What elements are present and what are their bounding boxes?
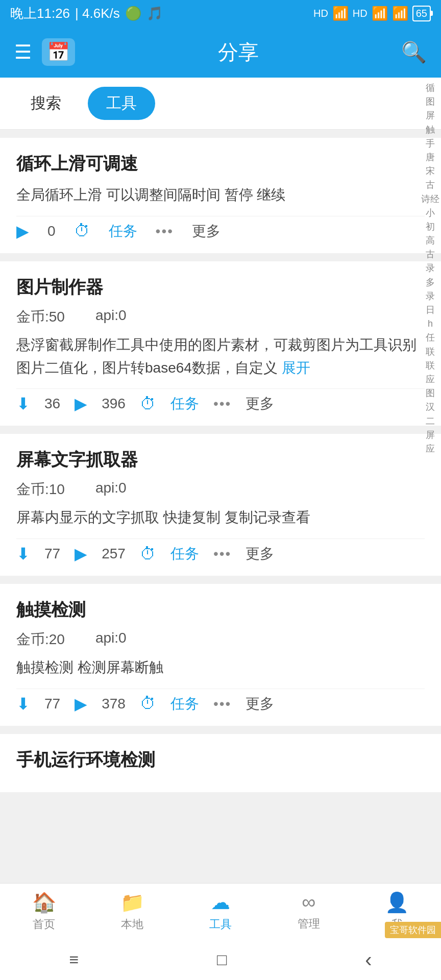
index-h[interactable]: h — [428, 317, 433, 330]
nav-home-label: 首页 — [33, 917, 55, 932]
card1-timer-icon[interactable]: ⏱ — [74, 222, 90, 240]
index-诗经[interactable]: 诗经 — [421, 193, 439, 206]
index-屏2[interactable]: 屏 — [426, 429, 435, 442]
card1-play-icon[interactable]: ▶ — [16, 222, 29, 241]
menu-icon[interactable]: ☰ — [14, 41, 32, 63]
status-speed: | 4.6K/s — [75, 6, 120, 21]
index-录[interactable]: 录 — [426, 262, 435, 275]
index-任[interactable]: 任 — [426, 331, 435, 344]
card1-actions: ▶ 0 ⏱ 任务 ••• 更多 — [16, 216, 425, 241]
card3-play-icon[interactable]: ▶ — [75, 544, 87, 564]
card2-meta: 金币:50 api:0 — [16, 307, 425, 327]
sys-back-btn[interactable]: ‹ — [365, 948, 372, 971]
index-联[interactable]: 联 — [426, 346, 435, 358]
index-日[interactable]: 日 — [426, 304, 435, 316]
index-小[interactable]: 小 — [426, 207, 435, 219]
index-图2[interactable]: 图 — [426, 387, 435, 400]
index-多[interactable]: 多 — [426, 276, 435, 289]
card3-dots[interactable]: ••• — [213, 546, 231, 562]
card3-download-icon[interactable]: ⬇ — [16, 544, 30, 564]
card4-actions: ⬇ 77 ▶ 378 ⏱ 任务 ••• 更多 — [16, 689, 425, 714]
index-屏[interactable]: 屏 — [426, 109, 435, 122]
card1-title: 循环上滑可调速 — [16, 152, 425, 176]
nav-local-label: 本地 — [121, 917, 143, 932]
index-应2[interactable]: 应 — [426, 443, 435, 455]
signal-icon1: HD — [313, 8, 328, 19]
index-触[interactable]: 触 — [426, 124, 435, 136]
index-古2[interactable]: 古 — [426, 248, 435, 261]
card2-download-icon[interactable]: ⬇ — [16, 394, 30, 413]
card2-task-btn[interactable]: 任务 — [170, 394, 199, 413]
sys-nav: ≡ □ ‹ — [0, 939, 441, 980]
card4-meta: 金币:20 api:0 — [16, 630, 425, 649]
card4-play-count: 378 — [102, 696, 126, 712]
sys-home-btn[interactable]: □ — [217, 950, 227, 969]
infinity-icon: ∞ — [302, 891, 315, 913]
card4-timer-icon[interactable]: ⏱ — [140, 694, 156, 713]
card3-more-btn[interactable]: 更多 — [246, 544, 274, 564]
watermark: 宝哥软件园 — [385, 922, 441, 938]
index-手[interactable]: 手 — [426, 137, 435, 150]
card1-desc: 全局循环上滑 可以调整间隔时间 暂停 继续 — [16, 184, 425, 207]
header: ☰ 📅 分享 🔍 — [0, 27, 441, 78]
calendar-icon[interactable]: 📅 — [42, 38, 75, 66]
card4-dots[interactable]: ••• — [213, 696, 231, 712]
right-index: 循 图 屏 触 手 唐 宋 古 诗经 小 初 高 古 录 多 录 日 h 任 联… — [420, 82, 441, 455]
header-left: ☰ 📅 — [14, 38, 75, 66]
index-古[interactable]: 古 — [426, 179, 435, 191]
card1-dots[interactable]: ••• — [156, 223, 174, 239]
card2-play-icon[interactable]: ▶ — [75, 394, 87, 413]
nav-manage-label: 管理 — [298, 916, 320, 932]
card4-download-count: 77 — [44, 696, 60, 712]
signal-bars1: 📶 — [332, 6, 349, 21]
card4-more-btn[interactable]: 更多 — [246, 694, 274, 714]
sys-menu-btn[interactable]: ≡ — [69, 950, 79, 969]
card4-task-btn[interactable]: 任务 — [170, 694, 199, 714]
index-应[interactable]: 应 — [426, 373, 435, 386]
card2-actions: ⬇ 36 ▶ 396 ⏱ 任务 ••• 更多 — [16, 388, 425, 413]
header-title: 分享 — [75, 38, 401, 66]
card4-coins: 金币:20 — [16, 630, 65, 649]
index-宋[interactable]: 宋 — [426, 165, 435, 178]
nav-local[interactable]: 📁 本地 — [88, 891, 177, 932]
battery-indicator: 65 — [412, 6, 431, 21]
card1-more-btn[interactable]: 更多 — [192, 222, 220, 241]
card2-expand-btn[interactable]: 展开 — [282, 360, 310, 376]
index-循[interactable]: 循 — [426, 82, 435, 94]
nav-home[interactable]: 🏠 首页 — [0, 891, 88, 932]
card1-task-btn[interactable]: 任务 — [109, 222, 137, 241]
cloud-icon: ☁ — [211, 891, 230, 914]
status-bar: 晚上11:26 | 4.6K/s 🟢 🎵 HD 📶 HD 📶 📶 65 — [0, 0, 441, 27]
card4-play-icon[interactable]: ▶ — [75, 694, 87, 714]
card3-task-btn[interactable]: 任务 — [170, 544, 199, 564]
tab-tools[interactable]: 工具 — [88, 87, 155, 120]
folder-icon: 📁 — [120, 891, 144, 914]
index-二[interactable]: 二 — [426, 415, 435, 428]
card2-dots[interactable]: ••• — [213, 396, 231, 412]
index-录2[interactable]: 录 — [426, 290, 435, 303]
nav-tools[interactable]: ☁ 工具 — [177, 891, 265, 932]
status-emoji2: 🎵 — [146, 6, 163, 21]
card2-timer-icon[interactable]: ⏱ — [140, 395, 156, 413]
index-初[interactable]: 初 — [426, 220, 435, 233]
index-图[interactable]: 图 — [426, 95, 435, 108]
card2-coins: 金币:50 — [16, 307, 65, 327]
status-emoji1: 🟢 — [125, 6, 141, 21]
card2-more-btn[interactable]: 更多 — [246, 394, 274, 413]
card4-api: api:0 — [95, 630, 127, 649]
tab-bar: 搜索 工具 — [0, 78, 441, 130]
card3-play-count: 257 — [102, 546, 126, 562]
card3-timer-icon[interactable]: ⏱ — [140, 545, 156, 564]
index-汉[interactable]: 汉 — [426, 401, 435, 413]
card2-desc: 悬浮窗截屏制作工具中使用的图片素材，可裁剪图片为工具识别图片二值化，图片转bas… — [16, 334, 425, 380]
card4-download-icon[interactable]: ⬇ — [16, 694, 30, 714]
index-唐[interactable]: 唐 — [426, 151, 435, 164]
nav-manage[interactable]: ∞ 管理 — [264, 891, 353, 932]
card-touch-detect: 触摸检测 金币:20 api:0 触摸检测 检测屏幕断触 ⬇ 77 ▶ 378 … — [0, 584, 441, 726]
search-icon[interactable]: 🔍 — [401, 40, 427, 64]
bottom-nav: 🏠 首页 📁 本地 ☁ 工具 ∞ 管理 👤 我 — [0, 883, 441, 939]
index-联2[interactable]: 联 — [426, 359, 435, 372]
user-icon: 👤 — [385, 891, 409, 914]
index-高[interactable]: 高 — [426, 234, 435, 247]
tab-search[interactable]: 搜索 — [12, 87, 80, 120]
